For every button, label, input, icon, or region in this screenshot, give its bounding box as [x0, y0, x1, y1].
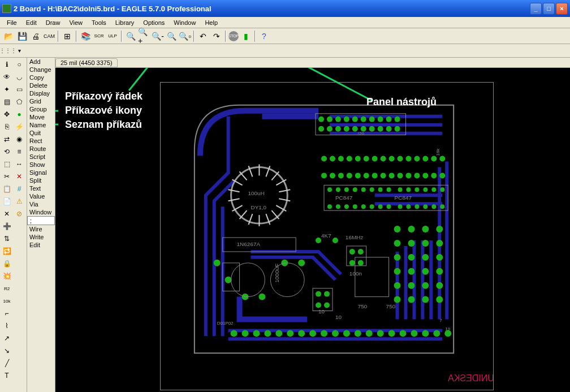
help-icon[interactable]: ? — [258, 30, 270, 42]
lock-icon[interactable]: 🔒 — [1, 257, 13, 270]
delete-icon[interactable]: ✕ — [1, 208, 13, 220]
cmd-edit[interactable]: Edit — [27, 241, 55, 249]
open-icon[interactable]: 📂 — [2, 30, 15, 42]
zoom-redraw-icon[interactable]: 🔍 — [165, 30, 178, 42]
cmd-wire[interactable]: Wire — [27, 225, 55, 233]
cut-icon[interactable]: ✂ — [1, 170, 13, 183]
cmd-add[interactable]: Add — [27, 58, 55, 66]
mirror-icon[interactable]: ⇄ — [1, 133, 13, 145]
cam-icon[interactable]: CAM — [43, 30, 55, 42]
menu-view[interactable]: View — [64, 18, 87, 27]
close-button[interactable]: × — [556, 3, 568, 15]
print-icon[interactable]: 🖨 — [29, 30, 42, 42]
menu-help[interactable]: Help — [200, 18, 222, 27]
cmd-value[interactable]: Value — [27, 192, 55, 200]
cmd-group[interactable]: Group — [27, 105, 55, 113]
ripup-icon[interactable]: ↘ — [1, 344, 13, 357]
cmd-split[interactable]: Split — [27, 176, 55, 184]
cmd-write[interactable]: Write — [27, 233, 55, 241]
design-canvas[interactable]: Příkazový řádek Příkazové ikony Seznam p… — [55, 68, 570, 392]
info-icon[interactable]: ℹ — [1, 58, 13, 71]
miter-icon[interactable]: ⌐ — [1, 307, 13, 320]
mark-icon[interactable]: ✦ — [1, 83, 13, 96]
script-icon[interactable]: SCR — [93, 30, 105, 42]
cmd-text[interactable]: Text — [27, 184, 55, 192]
via-icon[interactable]: ● — [13, 108, 25, 120]
pinswap-icon[interactable]: ⇅ — [1, 232, 13, 245]
cmd-grid[interactable]: Grid — [27, 97, 55, 105]
rect-icon[interactable]: ▭ — [13, 83, 25, 96]
signal-icon[interactable]: ⚡ — [13, 120, 25, 133]
replace-icon[interactable]: 🔁 — [1, 245, 13, 257]
dimension-icon[interactable]: ↔ — [13, 158, 25, 170]
annotation-cmdline: Příkazový řádek — [65, 91, 142, 102]
cmd-script[interactable]: Script — [27, 153, 55, 161]
attribute-icon[interactable]: ≡ — [13, 145, 25, 158]
app-icon — [2, 4, 11, 13]
cmd-change[interactable]: Change — [27, 66, 55, 74]
rotate-icon[interactable]: ⟲ — [1, 145, 13, 158]
cmd-delete[interactable]: Delete — [27, 81, 55, 89]
cmd-name[interactable]: Name — [27, 121, 55, 129]
cmd-window[interactable]: Window — [27, 208, 55, 216]
move-icon[interactable]: ✥ — [1, 108, 13, 120]
cmd-via[interactable]: Via — [27, 200, 55, 208]
menu-draw[interactable]: Draw — [41, 18, 65, 27]
cmd-copy[interactable]: Copy — [27, 74, 55, 81]
wire-icon[interactable]: ╱ — [1, 357, 13, 369]
minimize-button[interactable]: _ — [530, 3, 542, 15]
cmd-signal[interactable]: Signal — [27, 169, 55, 176]
dropdown-icon[interactable]: ▾ — [14, 45, 25, 57]
menu-options[interactable]: Options — [139, 18, 169, 27]
menu-edit[interactable]: Edit — [21, 18, 41, 27]
menu-library[interactable]: Library — [111, 18, 139, 27]
cmd-quit[interactable]: Quit — [27, 129, 55, 137]
display-icon[interactable]: 👁 — [1, 71, 13, 83]
errors-icon[interactable]: ⊘ — [13, 208, 25, 220]
name-icon[interactable]: R2 — [1, 282, 13, 295]
paste2-icon[interactable]: 📄 — [1, 195, 13, 208]
route-icon[interactable]: ↗ — [1, 332, 13, 344]
undo-icon[interactable]: ↶ — [197, 30, 209, 42]
copy-icon[interactable]: ⎘ — [1, 120, 13, 133]
value-icon[interactable]: 10k — [1, 295, 13, 307]
cmd-;[interactable]: ; — [27, 216, 55, 225]
save-icon[interactable]: 💾 — [16, 30, 28, 42]
coord-bar: 25 mil (4450 3375) — [55, 58, 570, 68]
circle-icon[interactable]: ○ — [13, 58, 25, 71]
grid-params-icon[interactable]: ⋮⋮⋮ — [2, 45, 14, 57]
cmd-route[interactable]: Route — [27, 145, 55, 153]
hole-icon[interactable]: ◉ — [13, 133, 25, 145]
select-icon[interactable]: ⬚ — [1, 158, 13, 170]
maximize-button[interactable]: □ — [543, 3, 555, 15]
library-icon[interactable]: 📚 — [79, 30, 92, 42]
zoom-fit-icon[interactable]: 🔍 — [124, 30, 137, 42]
menu-window[interactable]: Window — [169, 18, 200, 27]
add-icon[interactable]: ➕ — [1, 220, 13, 232]
cmd-show[interactable]: Show — [27, 161, 55, 169]
ulp-icon[interactable]: ULP — [106, 30, 119, 42]
erc-icon[interactable]: ⚠ — [13, 195, 25, 208]
cmd-move[interactable]: Move — [27, 113, 55, 121]
polygon-icon[interactable]: ⬠ — [13, 96, 25, 108]
board-icon[interactable]: ⊞ — [61, 30, 74, 42]
layer-icon[interactable]: ▤ — [1, 96, 13, 108]
cmd-rect[interactable]: Rect — [27, 137, 55, 145]
arc-icon[interactable]: ◡ — [13, 71, 25, 83]
coord-display: 25 mil (4450 3375) — [55, 58, 118, 67]
go-icon[interactable]: ▮ — [240, 30, 252, 42]
text-icon[interactable]: T — [1, 369, 13, 382]
ratsnest-icon[interactable]: ✕ — [13, 170, 25, 183]
split-icon[interactable]: ⌇ — [1, 320, 13, 332]
zoom-out-icon[interactable]: 🔍- — [152, 30, 164, 42]
redo-icon[interactable]: ↷ — [210, 30, 223, 42]
auto-icon[interactable]: # — [13, 183, 25, 195]
zoom-in-icon[interactable]: 🔍+ — [138, 30, 150, 42]
menu-tools[interactable]: Tools — [87, 18, 111, 27]
cmd-display[interactable]: Display — [27, 89, 55, 97]
zoom-select-icon[interactable]: 🔍▫ — [179, 30, 191, 42]
paste-icon[interactable]: 📋 — [1, 183, 13, 195]
menu-file[interactable]: File — [2, 18, 21, 27]
stop-icon[interactable]: STOP — [228, 31, 239, 41]
smash-icon[interactable]: 💥 — [1, 270, 13, 282]
